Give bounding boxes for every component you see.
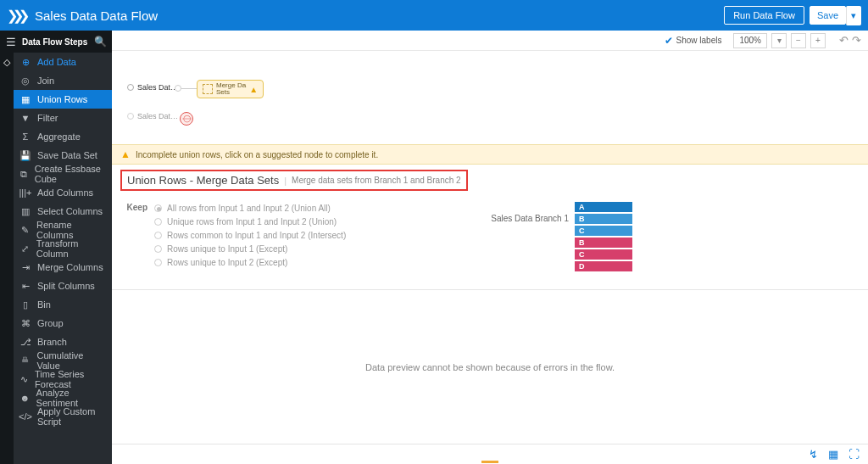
filter-icon: ▼ <box>19 113 32 123</box>
keep-option-except-1[interactable]: Rows unique to Input 1 (Except) <box>154 242 409 255</box>
sidebar-item-label: Merge Columns <box>37 262 103 272</box>
sidebar-item-label: Apply Custom Script <box>37 406 107 427</box>
data-preview-panel: Data preview cannot be shown because of … <box>112 289 868 464</box>
sidebar-item-transform-column[interactable]: ⤢Transform Column <box>14 239 112 258</box>
zoom-in-button[interactable]: + <box>810 33 826 48</box>
sidebar-item-label: Aggregate <box>37 131 81 142</box>
search-icon[interactable]: 🔍 <box>94 36 107 48</box>
zoom-dropdown-button[interactable]: ▾ <box>771 33 787 48</box>
sidebar-item-filter[interactable]: ▼Filter <box>14 109 112 127</box>
merge-columns-icon: ⇥ <box>19 262 32 273</box>
undo-button[interactable]: ↶ <box>839 34 849 47</box>
aggregate-icon: Σ <box>19 131 32 142</box>
sidebar-item-aggregate[interactable]: ΣAggregate <box>14 127 112 146</box>
node-connector-icon <box>127 84 134 91</box>
radio-icon <box>154 245 162 253</box>
keep-option-union[interactable]: Unique rows from Input 1 and Input 2 (Un… <box>154 215 409 228</box>
sidebar-item-analyze-sentiment[interactable]: ☻Analyze Sentiment <box>14 389 112 407</box>
data-preview-error-message: Data preview cannot be shown because of … <box>112 290 868 444</box>
radio-icon <box>154 218 162 226</box>
union-header: Union Rows - Merge Data Sets | Merge dat… <box>112 165 868 198</box>
keep-option-union-all[interactable]: All rows from Input 1 and Input 2 (Union… <box>154 201 409 215</box>
sidebar-item-time-series-forecast[interactable]: ∿Time Series Forecast <box>14 370 112 389</box>
sidebar-item-label: Add Data <box>37 57 76 67</box>
node-label: Sales Dat… <box>137 83 178 92</box>
refresh-icon[interactable]: ↯ <box>809 448 818 461</box>
check-icon: ✔ <box>665 35 673 47</box>
warning-triangle-icon: ▲ <box>120 148 131 160</box>
redo-button[interactable]: ↷ <box>852 34 861 47</box>
warning-strip: ▲ Incomplete union rows, click on a sugg… <box>112 144 868 165</box>
sidebar-item-label: Create Essbase Cube <box>35 164 107 184</box>
rename-columns-icon: ✎ <box>19 225 31 236</box>
save-button[interactable]: Save <box>810 6 846 25</box>
sidebar-item-add-data[interactable]: ⊕Add Data <box>14 53 112 71</box>
sidebar-item-merge-columns[interactable]: ⇥Merge Columns <box>14 258 112 277</box>
sidebar-item-select-columns[interactable]: ▥Select Columns <box>14 202 112 221</box>
flow-node-sales-data-1[interactable]: Sales Dat… <box>127 83 178 92</box>
sidebar-item-label: Group <box>37 318 64 328</box>
cube-icon: ⧉ <box>19 169 30 180</box>
canvas-toolbar: ✔ Show labels 100% ▾ − + ↶ ↷ <box>112 31 868 51</box>
sidebar-item-group[interactable]: ⌘Group <box>14 314 112 333</box>
sidebar-item-label: Save Data Set <box>37 150 97 160</box>
sidebar-item-add-columns[interactable]: |||+Add Columns <box>14 183 112 202</box>
sidebar-item-branch[interactable]: ⎇Branch <box>14 333 112 351</box>
sidebar-item-apply-custom-script[interactable]: </>Apply Custom Script <box>14 407 112 426</box>
warning-message: Incomplete union rows, click on a sugges… <box>136 150 378 159</box>
show-labels-text: Show labels <box>676 36 722 45</box>
steps-menu-icon[interactable]: ☰ <box>5 36 17 48</box>
run-data-flow-button[interactable]: Run Data Flow <box>724 6 804 25</box>
preview-chip: B <box>574 237 633 249</box>
sidebar-item-split-columns[interactable]: ⇤Split Columns <box>14 277 112 295</box>
option-label: Rows unique to Input 1 (Except) <box>167 244 287 254</box>
zoom-level[interactable]: 100% <box>733 33 767 48</box>
sidebar-item-rename-columns[interactable]: ✎Rename Columns <box>14 221 112 239</box>
sidebar-item-create-essbase-cube[interactable]: ⧉Create Essbase Cube <box>14 165 112 183</box>
flow-node-merge-data-sets[interactable]: Merge Da Sets ▲ <box>197 80 264 98</box>
content-area: ✔ Show labels 100% ▾ − + ↶ ↷ Sales Dat… <box>112 31 868 464</box>
sidebar-item-join[interactable]: ◎Join <box>14 71 112 90</box>
preview-branch-label: Sales Data Branch 1 <box>476 201 574 223</box>
add-columns-icon: |||+ <box>19 187 32 198</box>
sidebar-item-bin[interactable]: ▯Bin <box>14 295 112 314</box>
sidebar-item-save-data-set[interactable]: 💾Save Data Set <box>14 146 112 165</box>
sidebar-item-label: Analyze Sentiment <box>36 388 107 408</box>
breadcrumb-back-icon[interactable]: ❯❯❯ <box>7 8 30 24</box>
save-menu-button[interactable]: ▾ <box>846 6 861 25</box>
keep-option-except-2[interactable]: Rows unique to Input 2 (Except) <box>154 255 409 269</box>
rail-marker-icon: ◇ <box>0 53 14 71</box>
flow-node-sales-data-2[interactable]: Sales Dat… <box>127 112 178 120</box>
option-label: Rows common to Input 1 and Input 2 (Inte… <box>167 231 346 240</box>
keep-option-intersect[interactable]: Rows common to Input 1 and Input 2 (Inte… <box>154 228 409 242</box>
sidebar-item-union-rows[interactable]: ▦Union Rows <box>14 90 112 109</box>
join-icon: ◎ <box>19 75 32 87</box>
keep-label: Keep <box>120 201 154 272</box>
sidebar-item-cumulative-value[interactable]: ≞Cumulative Value <box>14 351 112 370</box>
preview-chip: C <box>574 249 633 260</box>
sidebar-header: Data Flow Steps <box>22 37 94 47</box>
sidebar-item-label: Filter <box>37 113 58 123</box>
union-rows-icon: ▦ <box>19 94 32 105</box>
show-labels-toggle[interactable]: ✔ Show labels <box>665 35 722 47</box>
option-label: All rows from Input 1 and Input 2 (Union… <box>167 204 331 213</box>
flow-canvas[interactable]: Sales Dat… Merge Da Sets ▲ Sales Dat… ⦵ <box>112 51 868 144</box>
zoom-out-button[interactable]: − <box>791 33 806 48</box>
sidebar-item-label: Add Columns <box>37 187 93 198</box>
save-data-set-icon: 💾 <box>19 150 32 161</box>
radio-icon <box>154 232 162 239</box>
sidebar-item-label: Split Columns <box>37 281 95 291</box>
cumulative-value-icon: ≞ <box>19 355 31 366</box>
split-columns-icon: ⇤ <box>19 281 32 292</box>
warning-icon: ▲ <box>249 85 258 94</box>
expand-icon[interactable]: ⛶ <box>849 448 860 461</box>
union-preview: Sales Data Branch 1 A B C B C D <box>476 201 633 272</box>
script-icon: </> <box>19 411 32 422</box>
preview-chip: B <box>574 213 633 225</box>
node-label: Sales Dat… <box>137 112 178 120</box>
preview-chip: C <box>574 225 633 237</box>
table-view-icon[interactable]: ▦ <box>828 448 838 461</box>
add-node-button[interactable]: ⦵ <box>180 112 193 126</box>
node-out-port[interactable] <box>175 85 181 92</box>
union-title: Union Rows - Merge Data Sets <box>127 174 279 187</box>
